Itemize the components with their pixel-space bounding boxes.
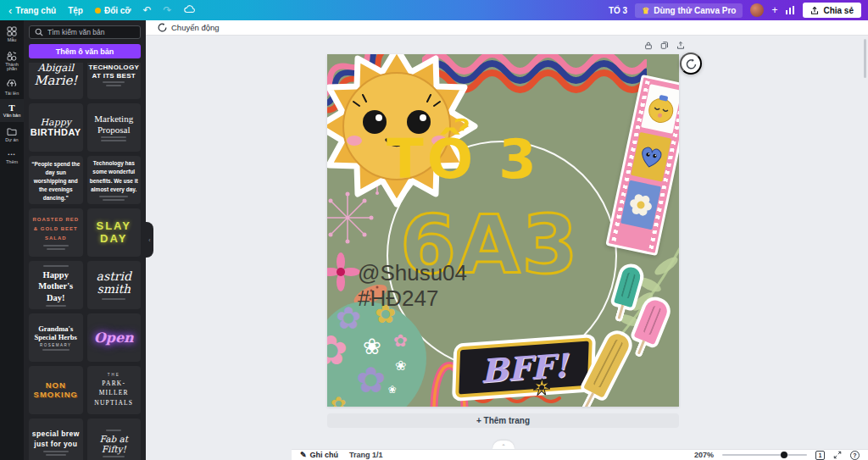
sidebar-label: Văn bản [3,114,21,119]
search-box[interactable] [29,25,141,39]
text-tool-icon: T [8,103,14,112]
animate-button[interactable]: Chuyển động [153,21,225,34]
text-style-tile-quote2[interactable]: Technology has some wonderful benefits. … [87,156,142,204]
canvas-title-text[interactable]: TỔ 3 [387,132,540,186]
undo-icon[interactable]: ↶ [142,4,151,16]
resize-button[interactable]: Đổi cỡ [95,6,131,15]
context-toolbar: Chuyển động [146,20,868,36]
search-icon [35,28,43,36]
zoom-slider-handle[interactable] [781,452,787,458]
animate-label: Chuyển động [171,23,220,32]
search-input[interactable] [47,28,135,36]
pro-dot-icon [95,8,101,14]
try-pro-button[interactable]: ♛ Dùng thử Canva Pro [635,3,743,18]
bff-sticker[interactable]: BFF! [455,337,593,397]
page-indicator[interactable]: Trang 1/1 [349,451,383,459]
notes-label: Ghi chú [310,451,339,459]
text-style-tile-marketing[interactable]: Marketing Proposal [87,103,142,152]
sidebar-item-templates[interactable]: Mẫu [0,22,24,47]
document-title[interactable]: TỔ 3 [609,6,627,15]
starburst-icon [533,378,551,400]
add-member-icon[interactable]: + [771,4,777,16]
sidebar-item-text[interactable]: T Văn bản [0,99,24,122]
upload-icon [7,80,17,90]
sidebar-item-projects[interactable]: Dự án [0,122,24,147]
help-button[interactable]: ? [850,451,860,460]
home-label: Trang chủ [15,6,56,15]
text-style-tile-abigail[interactable]: Abigail Marie! [29,63,83,99]
text-style-tile-fab-fifty[interactable]: Fab at Fifty! [87,418,142,460]
elements-icon [7,51,17,61]
top-bar: ‹ Trang chủ Tệp Đổi cỡ ↶ ↷ TỔ 3 ♛ Dùng t… [0,0,868,20]
file-menu[interactable]: Tệp [68,6,83,15]
sidebar-label: Mẫu [8,38,17,43]
try-pro-label: Dùng thử Canva Pro [654,6,736,15]
crown-icon: ♛ [642,6,649,15]
text-style-tile-technology[interactable]: TECHNOLOGY AT ITS BEST [87,63,142,99]
workspace[interactable]: TỔ 3 6A3 @Shusu04 #HĐ247 ✿ ✿ ✿ ❀ ✿ ✿ ❀ ✿… [146,36,868,449]
file-label: Tệp [68,6,83,15]
panel-collapse-handle[interactable]: ‹ [146,222,153,258]
canvas-handle-text[interactable]: @Shusu04 #HĐ247 [358,261,467,312]
sidebar-item-elements[interactable]: Thành phần [0,47,24,75]
text-style-tile-astrid[interactable]: astrid smith [87,261,142,309]
text-style-tile-special-brew[interactable]: special brew just for you [29,418,83,460]
text-style-tile-mothers[interactable]: Happy Mother's Day! [29,261,83,309]
avatar[interactable] [750,3,764,17]
text-style-tile-slay[interactable]: SLAY DAY [87,208,142,257]
duplicate-page-icon[interactable] [660,41,669,50]
canvas-page[interactable]: TỔ 3 6A3 @Shusu04 #HĐ247 ✿ ✿ ✿ ❀ ✿ ✿ ❀ ✿… [327,54,679,407]
sidebar-item-more[interactable]: ••• Thêm [0,146,24,169]
back-chevron-icon: ‹ [8,5,12,16]
folder-icon [7,126,17,136]
sidebar-label: Thêm [6,160,18,165]
text-style-tile-roasted[interactable]: ROASTED RED & GOLD BEET SALAD [29,208,83,257]
share-label: Chia sẻ [823,6,854,15]
sidebar-label: Thành phần [0,63,24,72]
share-button[interactable]: Chia sẻ [803,3,861,18]
animate-icon [158,23,167,32]
resize-label: Đổi cỡ [104,6,131,15]
insights-chart-icon[interactable] [785,5,795,15]
text-style-tile-birthday[interactable]: Happy BIRTHDAY [29,103,83,152]
fullscreen-icon[interactable] [833,451,842,459]
add-textbox-button[interactable]: Thêm ô văn bản [29,44,141,58]
sidebar-label: Dự án [5,138,18,143]
home-button[interactable]: ‹ Trang chủ [8,5,56,16]
status-bar: ✎ Ghi chú Trang 1/1 207% 1 ? [292,449,868,460]
bottom-collapse-tab[interactable]: ⌃ [492,441,515,449]
canva-editor: ‹ Trang chủ Tệp Đổi cỡ ↶ ↷ TỔ 3 ♛ Dùng t… [0,0,868,460]
redo-icon[interactable]: ↷ [164,4,172,16]
chevron-up-icon: ⌃ [501,443,505,449]
text-style-tile-non-smoking[interactable]: NON SMOKING [29,366,83,414]
text-style-tile-park-miller[interactable]: THE PARK-MILLER NUPTIALS [87,366,142,414]
rotate-icon [686,58,697,69]
pencil-note-icon: ✎ [300,451,307,459]
export-page-icon[interactable] [676,41,685,50]
zoom-percentage[interactable]: 207% [694,451,714,459]
chevron-left-icon: ‹ [148,237,150,243]
rotate-page-button[interactable] [680,53,702,75]
text-panel: Thêm ô văn bản Abigail Marie! TECHNOLOGY… [24,20,146,460]
sidebar-rail: Mẫu Thành phần Tải lên T Văn bản Dự án •… [0,20,24,460]
cloud-sync-icon [184,4,195,16]
lock-icon[interactable] [644,41,653,50]
text-styles-list: Abigail Marie! TECHNOLOGY AT ITS BEST Ha… [29,63,141,460]
sidebar-label: Tải lên [5,91,19,97]
templates-icon [7,26,17,36]
share-upload-icon [810,6,819,15]
vertical-scrollbar[interactable] [864,39,866,78]
grid-view-button[interactable]: 1 [815,451,825,460]
zoom-slider[interactable] [722,454,807,456]
editor-main: Chuyển động [146,20,868,460]
sidebar-item-uploads[interactable]: Tải lên [0,75,24,100]
more-dots-icon: ••• [8,150,15,158]
text-style-tile-quote1[interactable]: “People spend the day sun worshipping an… [29,156,83,204]
text-style-tile-grandma[interactable]: Grandma's Special Herbs ROSEMARY [29,313,83,362]
text-style-tile-open-neon[interactable]: Open [87,313,142,362]
notes-button[interactable]: ✎ Ghi chú [300,451,338,459]
add-page-button[interactable]: + Thêm trang [327,413,679,428]
